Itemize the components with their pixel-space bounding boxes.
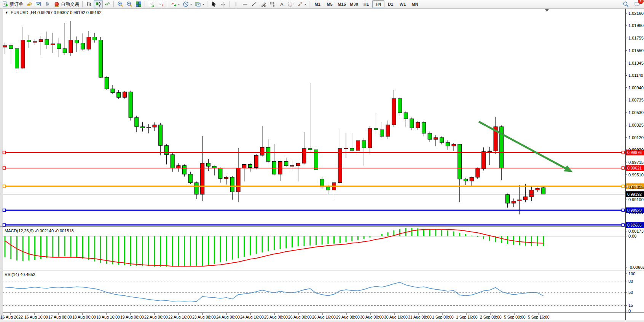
svg-text:31 Aug 08:00: 31 Aug 08:00	[408, 315, 432, 319]
chart-background	[0, 8, 644, 322]
terminal-window: 0.998760.996210.993220.989280.986860.991…	[0, 0, 644, 322]
signals-button[interactable]	[43, 0, 52, 8]
auto-trading-button[interactable]: 自动交易	[52, 0, 81, 8]
svg-text:0.99920: 0.99920	[628, 148, 644, 152]
periods-button[interactable]: ▾	[181, 0, 193, 8]
arrows-icon	[297, 1, 303, 7]
svg-text:16 Aug 2022: 16 Aug 2022	[0, 315, 23, 319]
svg-text:25 Aug 08:00: 25 Aug 08:00	[264, 315, 288, 319]
textT-icon: T	[288, 1, 294, 7]
hline-icon	[242, 1, 248, 7]
svg-text:1.01960: 1.01960	[628, 23, 644, 28]
arrows-button[interactable]: ▾	[295, 0, 308, 8]
autotrade-icon	[54, 1, 60, 7]
svg-text:E: E	[264, 5, 266, 7]
vertical-line-button[interactable]	[231, 0, 241, 8]
svg-text:1.01140: 1.01140	[628, 73, 643, 78]
templates-button[interactable]: ▾	[193, 0, 206, 8]
candlestick-chart-button[interactable]	[94, 0, 103, 8]
svg-text:26 Aug 16:00: 26 Aug 16:00	[312, 315, 336, 319]
timeframe-m1-button[interactable]: M1	[311, 0, 324, 8]
svg-text:1.00325: 1.00325	[628, 123, 644, 127]
svg-text:5 Sep 00:00: 5 Sep 00:00	[504, 315, 526, 319]
indicators-button[interactable]: ▾	[169, 0, 181, 8]
textA-icon: A	[279, 1, 285, 7]
svg-text:0: 0	[628, 309, 631, 313]
new-order-icon	[2, 1, 8, 7]
symbol-dropdown-icon[interactable]: ▼	[5, 11, 8, 14]
search-icon	[623, 1, 629, 7]
svg-text:29 Aug 08:00: 29 Aug 08:00	[336, 315, 360, 319]
text-button[interactable]: A	[277, 0, 286, 8]
horizontal-line-button[interactable]	[241, 0, 250, 8]
crosshair-button[interactable]	[218, 0, 228, 8]
svg-text:1 Sep 16:00: 1 Sep 16:00	[456, 315, 478, 319]
cursor-button[interactable]	[209, 0, 218, 8]
toolbar-separator	[229, 1, 230, 7]
symbol-title: EURUSD-,H4 0.99297 0.99307 0.99192 0.991…	[11, 10, 102, 15]
main-toolbar: 新订单自动交易▾▾▾EFAT▾M1M5M15M30H1H4D1W1MN1	[0, 0, 644, 9]
svg-text:30 Aug 00:00: 30 Aug 00:00	[360, 315, 384, 319]
svg-text:T: T	[290, 2, 292, 6]
crosshair-icon	[220, 1, 226, 7]
svg-text:0.99305: 0.99305	[628, 185, 644, 190]
svg-text:5 Sep 16:00: 5 Sep 16:00	[528, 315, 550, 319]
zoom-in-button[interactable]	[116, 0, 125, 8]
channel-button[interactable]: E	[259, 0, 268, 8]
gold-icon	[26, 1, 32, 7]
new-chart-button[interactable]	[34, 0, 43, 8]
timeframe-mn-button[interactable]: MN	[409, 0, 421, 8]
svg-text:19 Aug 08:00: 19 Aug 08:00	[120, 315, 144, 319]
timeframe-d1-button[interactable]: D1	[384, 0, 397, 8]
toolbar-separator	[113, 1, 114, 7]
timeframe-m15-button[interactable]: M15	[336, 0, 348, 8]
chevron-down-icon[interactable]: ▾	[178, 3, 180, 6]
zoomin-icon	[117, 1, 123, 7]
svg-text:26 Aug 00:00: 26 Aug 00:00	[288, 315, 312, 319]
timeframe-h4-button[interactable]: H4	[372, 0, 384, 8]
bar-chart-button[interactable]	[84, 0, 94, 8]
svg-text:30 Aug 16:00: 30 Aug 16:00	[384, 315, 408, 319]
chevron-down-icon[interactable]: ▾	[304, 3, 306, 6]
zoom-out-button[interactable]	[125, 0, 134, 8]
fibo-icon: F	[269, 1, 276, 7]
svg-text:0.00: 0.00	[628, 234, 636, 238]
vline-icon	[233, 1, 239, 7]
chat-button[interactable]: 1	[633, 0, 642, 8]
timeframe-h1-button[interactable]: H1	[360, 0, 372, 8]
text-label-button[interactable]: T	[286, 0, 295, 8]
clock-icon	[183, 1, 189, 7]
candles-icon	[95, 1, 101, 7]
chevron-down-icon[interactable]: ▾	[202, 3, 204, 6]
svg-text:1.01755: 1.01755	[628, 36, 644, 40]
search-button[interactable]	[621, 0, 630, 8]
cursor-icon	[211, 1, 217, 7]
template-icon	[195, 1, 201, 7]
tline-icon	[251, 1, 257, 7]
gold-button[interactable]	[25, 0, 34, 8]
tile-windows-button[interactable]	[134, 0, 143, 8]
chevron-down-icon[interactable]: ▾	[190, 3, 192, 6]
timeframe-m5-button[interactable]: M5	[324, 0, 336, 8]
svg-text:17 Aug 08:00: 17 Aug 08:00	[48, 315, 72, 319]
trendline-button[interactable]	[250, 0, 259, 8]
svg-text:100: 100	[628, 271, 635, 276]
auto-trading-button-label: 自动交易	[61, 1, 79, 8]
new-order-button[interactable]: 新订单	[1, 0, 25, 8]
notification-badge: 1	[638, 0, 644, 4]
chartshift-icon	[158, 1, 164, 7]
svg-text:0.99715: 0.99715	[628, 160, 644, 165]
linechart-icon	[104, 1, 110, 7]
timeframe-w1-button[interactable]: W1	[397, 0, 409, 8]
svg-text:0.001737: 0.001737	[628, 229, 644, 233]
fibonacci-button[interactable]: F	[268, 0, 277, 8]
svg-text:0.99192: 0.99192	[627, 192, 642, 197]
tiles-icon	[135, 1, 142, 7]
chart-shift-button[interactable]	[156, 0, 165, 8]
rsi-indicator-label: RSI(14) 40.4652	[5, 272, 35, 277]
timeframe-m30-button[interactable]: M30	[348, 0, 360, 8]
new-chart-icon	[35, 1, 41, 7]
line-chart-button[interactable]	[103, 0, 112, 8]
auto-scroll-button[interactable]	[147, 0, 156, 8]
svg-text:18 Aug 00:00: 18 Aug 00:00	[72, 315, 96, 319]
